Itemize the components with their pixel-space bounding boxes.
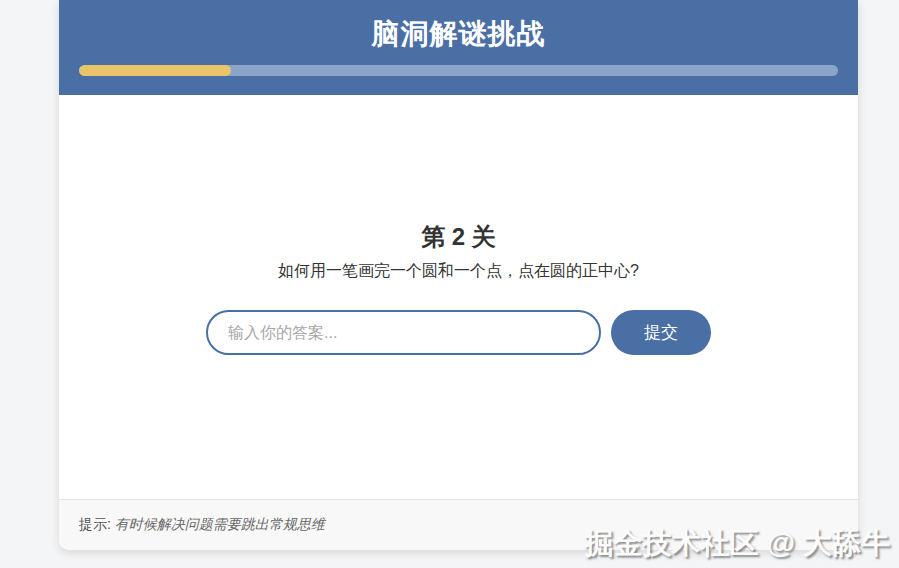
progress-bar-track: [79, 65, 838, 76]
quiz-card: 脑洞解谜挑战 第 2 关 如何用一笔画完一个圆和一个点，点在圆的正中心? 提交 …: [59, 0, 858, 550]
hint-footer: 提示: 有时候解决问题需要跳出常规思维: [59, 499, 858, 550]
progress-fill: [79, 65, 231, 76]
submit-button[interactable]: 提交: [611, 310, 711, 355]
answer-row: 提交: [59, 310, 858, 355]
level-title: 第 2 关: [59, 221, 858, 253]
hint-label: 提示:: [79, 516, 111, 532]
quiz-header: 脑洞解谜挑战: [59, 0, 858, 95]
quiz-content: 第 2 关 如何用一笔画完一个圆和一个点，点在圆的正中心? 提交: [59, 95, 858, 499]
answer-input[interactable]: [206, 310, 601, 355]
question-text: 如何用一笔画完一个圆和一个点，点在圆的正中心?: [59, 261, 858, 282]
hint-text: 有时候解决问题需要跳出常规思维: [115, 516, 325, 532]
page-title: 脑洞解谜挑战: [79, 17, 838, 51]
